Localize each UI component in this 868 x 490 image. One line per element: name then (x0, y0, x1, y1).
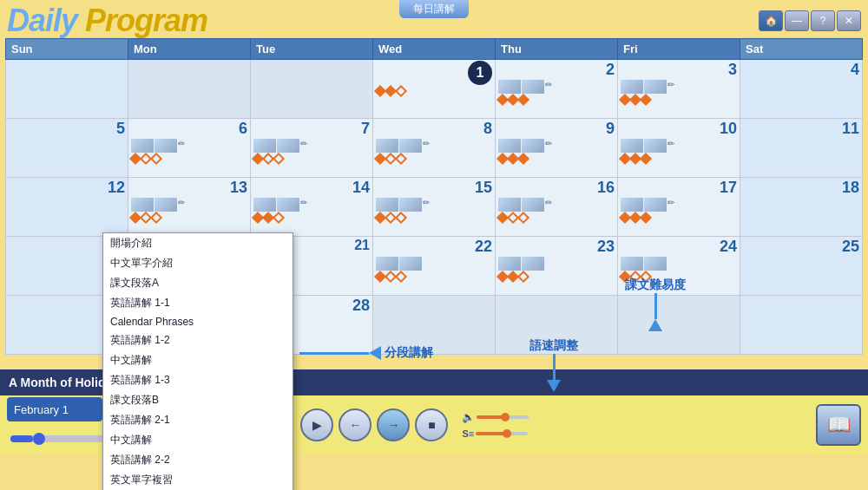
day-2[interactable]: 2 ✏ (496, 60, 618, 119)
difficulty-diamonds (376, 87, 492, 95)
day-empty (740, 296, 863, 355)
media-controls: ▶ ← → ■ (300, 408, 448, 441)
app-header: Daily Program 每日講解 🏠 — ? ✕ (0, 0, 868, 38)
difficulty-diamonds (253, 154, 370, 163)
difficulty-diamonds (621, 272, 737, 281)
calendar-week-3: 12 13 ✏ (6, 178, 863, 237)
day-16[interactable]: 16 ✏ (496, 178, 618, 237)
minimize-button[interactable]: — (785, 10, 809, 31)
day-18[interactable]: 18 (740, 178, 863, 237)
day-15[interactable]: 15 ✏ (373, 178, 496, 237)
day-10[interactable]: 10 ✏ (618, 119, 740, 178)
day-4[interactable]: 4 (740, 60, 863, 119)
col-mon: Mon (128, 39, 251, 60)
day-3[interactable]: 3 ✏ (618, 60, 740, 119)
difficulty-diamonds (621, 213, 737, 222)
day-empty (373, 296, 496, 355)
help-button[interactable]: ? (811, 10, 835, 31)
difficulty-diamonds (131, 213, 247, 222)
day-7[interactable]: 7 ✏ (251, 119, 373, 178)
difficulty-diamonds (498, 154, 615, 163)
volume-slider[interactable] (477, 415, 529, 419)
day-12[interactable]: 12 (6, 178, 128, 237)
day-1[interactable]: 1 (373, 60, 496, 119)
dropdown-item-5[interactable]: Calendar Phrases (103, 313, 293, 330)
progress-fill (10, 435, 33, 442)
day-24[interactable]: 24 (618, 237, 740, 296)
day-empty (618, 296, 740, 355)
day-13[interactable]: 13 ✏ (128, 178, 251, 237)
dropdown-item-3[interactable]: 課文段落A (103, 273, 293, 293)
col-fri: Fri (618, 39, 740, 60)
home-button[interactable]: 🏠 (759, 10, 783, 31)
calendar-week-2: 5 6 ✏ (6, 119, 863, 178)
day-14[interactable]: 14 ✏ (251, 178, 373, 237)
calendar-week-1: 1 2 ✏ (6, 60, 863, 119)
av-controls: 🔈 S≡ (462, 411, 529, 439)
dropdown-item-2[interactable]: 中文單字介紹 (103, 253, 293, 273)
dropdown-item-9[interactable]: 課文段落B (103, 390, 293, 410)
dropdown-item-7[interactable]: 中文講解 (103, 350, 293, 370)
col-thu: Thu (496, 39, 618, 60)
day-empty (496, 296, 618, 355)
difficulty-diamonds (498, 213, 615, 222)
dropdown-item-8[interactable]: 英語講解 1-3 (103, 370, 293, 390)
volume-control: 🔈 (462, 411, 529, 423)
difficulty-diamonds (376, 154, 492, 163)
difficulty-diamonds (376, 272, 492, 281)
prev-button[interactable]: ← (339, 408, 372, 441)
day-5[interactable]: 5 (6, 119, 128, 178)
window-controls: 🏠 — ? ✕ (759, 10, 861, 31)
speed-control: S≡ (462, 428, 529, 439)
calendar-header-row: Sun Mon Tue Wed Thu Fri Sat (6, 39, 863, 60)
day-empty (6, 60, 128, 119)
difficulty-diamonds (621, 154, 737, 163)
col-wed: Wed (373, 39, 496, 60)
day-6[interactable]: 6 ✏ (128, 119, 251, 178)
date-selector[interactable]: February 1 (7, 397, 102, 421)
progress-dot (33, 433, 45, 445)
dropdown-item-4[interactable]: 英語講解 1-1 (103, 293, 293, 313)
lesson-dropdown[interactable]: 開場介紹 中文單字介紹 課文段落A 英語講解 1-1 Calendar Phra… (102, 232, 293, 490)
col-sat: Sat (740, 39, 863, 60)
daily-badge: 每日講解 (399, 0, 469, 18)
volume-icon: 🔈 (462, 411, 475, 423)
day-11[interactable]: 11 (740, 119, 863, 178)
dropdown-item-6[interactable]: 英語講解 1-2 (103, 330, 293, 350)
day-empty (251, 60, 373, 119)
book-button[interactable]: 📖 (816, 404, 861, 446)
day-17[interactable]: 17 ✏ (618, 178, 740, 237)
day-25[interactable]: 25 (740, 237, 863, 296)
close-button[interactable]: ✕ (837, 10, 861, 31)
difficulty-diamonds (253, 213, 370, 222)
dropdown-item-11[interactable]: 中文講解 (103, 430, 293, 450)
difficulty-diamonds (621, 95, 737, 104)
day-empty (128, 60, 251, 119)
difficulty-diamonds (498, 95, 615, 104)
app-title: Daily Program (7, 3, 207, 39)
difficulty-diamonds (131, 154, 247, 163)
dropdown-item-12[interactable]: 英語講解 2-2 (103, 450, 293, 470)
day-8[interactable]: 8 ✏ (373, 119, 496, 178)
play-button[interactable]: ▶ (300, 408, 333, 441)
dropdown-item-1[interactable]: 開場介紹 (103, 233, 293, 253)
col-sun: Sun (6, 39, 128, 60)
difficulty-diamonds (498, 272, 615, 281)
difficulty-diamonds (376, 213, 492, 222)
dropdown-item-10[interactable]: 英語講解 2-1 (103, 410, 293, 430)
speed-slider[interactable] (476, 432, 528, 435)
day-9[interactable]: 9 ✏ (496, 119, 618, 178)
stop-button[interactable]: ■ (415, 408, 448, 441)
day-23[interactable]: 23 (496, 237, 618, 296)
dropdown-item-13[interactable]: 英文單字複習 (103, 470, 293, 490)
col-tue: Tue (251, 39, 373, 60)
day-22[interactable]: 22 (373, 237, 496, 296)
speed-icon: S≡ (462, 428, 474, 439)
next-button[interactable]: → (377, 408, 410, 441)
